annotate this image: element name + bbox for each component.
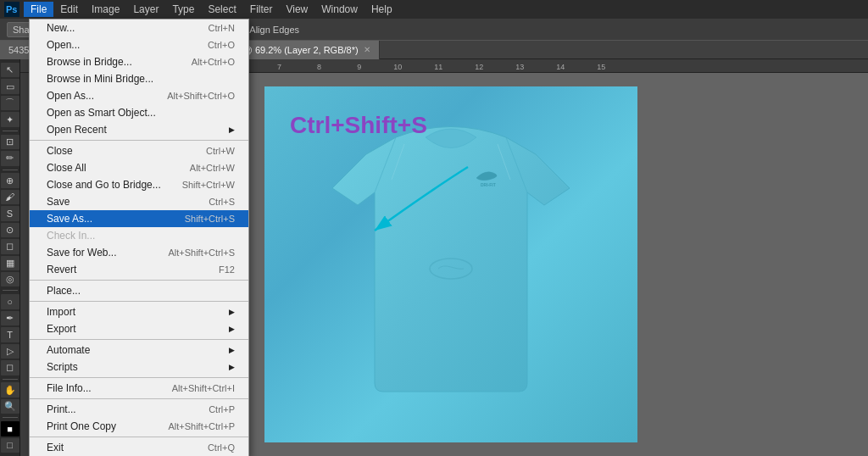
menu-item-save-web-label: Save for Web... [47, 247, 116, 259]
menu-item-close-label: Close [47, 145, 73, 157]
menu-item-save-web-shortcut: Alt+Shift+Ctrl+S [168, 247, 235, 258]
tool-lasso[interactable]: ⌒ [1, 96, 19, 110]
menu-item-browse-bridge[interactable]: Browse in Bridge... Alt+Ctrl+O [30, 53, 248, 70]
menu-item-print[interactable]: Print... Ctrl+P [30, 401, 248, 418]
menu-item-file-info-label: File Info... [47, 382, 92, 394]
menu-filter[interactable]: Filter [243, 2, 280, 17]
file-dropdown-menu: New... Ctrl+N Open... Ctrl+O Browse in B… [29, 19, 249, 456]
menu-item-open-shortcut: Ctrl+O [208, 40, 235, 50]
menu-item-import[interactable]: Import [30, 303, 248, 320]
menu-item-smart-object-label: Open as Smart Object... [47, 107, 156, 119]
menu-image[interactable]: Image [85, 2, 126, 17]
left-toolbar: ↖ ▭ ⌒ ✦ ⊡ ✏ ⊕ 🖌 S ⊙ ◻ ▦ ◎ ○ ✒ T ▷ ◻ ✋ 🔍 … [0, 59, 20, 456]
menu-item-close-bridge[interactable]: Close and Go to Bridge... Shift+Ctrl+W [30, 176, 248, 193]
menu-item-place[interactable]: Place... [30, 282, 248, 299]
menu-item-open-label: Open... [47, 39, 80, 51]
menu-item-close-all[interactable]: Close All Alt+Ctrl+W [30, 159, 248, 176]
menu-item-save-shortcut: Ctrl+S [209, 197, 235, 207]
tool-blur[interactable]: ◎ [1, 272, 19, 286]
menu-item-save-as[interactable]: Save As... Shift+Ctrl+S [30, 210, 248, 227]
tab-2-close[interactable]: ✕ [364, 45, 370, 54]
tool-type[interactable]: T [1, 327, 19, 342]
menu-select[interactable]: Select [201, 2, 242, 17]
menu-edit[interactable]: Edit [53, 2, 85, 17]
menu-layer[interactable]: Layer [126, 2, 165, 17]
svg-text:Ps: Ps [6, 4, 17, 14]
tool-separator-4 [3, 379, 18, 380]
menu-item-place-label: Place... [47, 285, 81, 297]
menu-item-import-label: Import [47, 306, 75, 318]
tool-eraser[interactable]: ◻ [1, 239, 19, 253]
tool-hand[interactable]: ✋ [1, 382, 19, 397]
menu-window[interactable]: Window [314, 2, 364, 17]
menu-item-file-info-shortcut: Alt+Shift+Ctrl+I [172, 383, 235, 393]
menu-item-scripts[interactable]: Scripts [30, 359, 248, 375]
menu-type[interactable]: Type [165, 2, 201, 17]
foreground-color[interactable]: ■ [1, 421, 19, 436]
tool-crop[interactable]: ⊡ [1, 135, 19, 149]
menu-item-open-as[interactable]: Open As... Alt+Shift+Ctrl+O [30, 87, 248, 104]
menu-item-browse-bridge-label: Browse in Bridge... [47, 56, 132, 68]
menu-item-exit[interactable]: Exit Ctrl+Q [30, 439, 248, 456]
menu-item-save-web[interactable]: Save for Web... Alt+Shift+Ctrl+S [30, 244, 248, 261]
menu-item-revert-label: Revert [47, 264, 76, 275]
tool-zoom[interactable]: 🔍 [1, 399, 19, 414]
menu-item-print-shortcut: Ctrl+P [209, 404, 235, 414]
menu-item-print-label: Print... [47, 403, 76, 415]
menu-item-close-all-label: Close All [47, 162, 86, 174]
menu-item-open-recent-label: Open Recent [47, 124, 107, 136]
menu-help[interactable]: Help [364, 2, 399, 17]
menu-item-save-label: Save [47, 196, 70, 208]
menu-item-close[interactable]: Close Ctrl+W [30, 142, 248, 159]
menu-item-print-one-shortcut: Alt+Shift+Ctrl+P [168, 421, 235, 431]
ps-logo: Ps [3, 1, 20, 18]
tool-pen[interactable]: ✒ [1, 311, 19, 325]
menu-sep-7 [30, 437, 248, 437]
menu-item-new[interactable]: New... Ctrl+N [30, 19, 248, 36]
menu-item-close-bridge-label: Close and Go to Bridge... [47, 179, 161, 191]
menu-item-file-info[interactable]: File Info... Alt+Shift+Ctrl+I [30, 380, 248, 397]
tool-magic-wand[interactable]: ✦ [1, 112, 19, 126]
menu-file[interactable]: File [24, 2, 53, 17]
menu-item-open-recent[interactable]: Open Recent [30, 121, 248, 138]
menu-item-save[interactable]: Save Ctrl+S [30, 193, 248, 210]
menu-item-close-bridge-shortcut: Shift+Ctrl+W [182, 180, 235, 190]
menu-item-new-shortcut: Ctrl+N [209, 23, 235, 33]
tool-marquee[interactable]: ▭ [1, 79, 19, 93]
menu-item-mini-bridge[interactable]: Browse in Mini Bridge... [30, 70, 248, 87]
menu-item-automate-label: Automate [47, 344, 90, 356]
tool-separator-2 [3, 170, 18, 170]
tool-eyedropper[interactable]: ✏ [1, 151, 19, 165]
menu-item-print-one[interactable]: Print One Copy Alt+Shift+Ctrl+P [30, 418, 248, 435]
background-color[interactable]: □ [1, 438, 19, 453]
menu-item-export-label: Export [47, 323, 76, 335]
tool-separator-1 [3, 131, 18, 131]
tool-brush[interactable]: 🖌 [1, 190, 19, 204]
menu-view[interactable]: View [279, 2, 314, 17]
tool-clone[interactable]: S [1, 206, 19, 220]
menu-item-check-in[interactable]: Check In... [30, 227, 248, 244]
tool-move[interactable]: ↖ [1, 63, 19, 77]
tool-dodge[interactable]: ○ [1, 294, 19, 309]
tool-gradient[interactable]: ▦ [1, 256, 19, 270]
menu-item-open[interactable]: Open... Ctrl+O [30, 36, 248, 53]
shirt-image: DRI-FIT [307, 112, 595, 417]
menu-item-close-shortcut: Ctrl+W [206, 146, 235, 156]
canvas-document: DRI-FIT Ctrl+Shift+S [264, 86, 637, 442]
menu-sep-6 [30, 398, 248, 399]
menu-item-save-as-shortcut: Shift+Ctrl+S [185, 214, 235, 224]
menu-item-mini-bridge-label: Browse in Mini Bridge... [47, 73, 153, 85]
tool-history[interactable]: ⊙ [1, 223, 19, 237]
tool-path[interactable]: ▷ [1, 344, 19, 359]
menu-sep-2 [30, 280, 248, 281]
menu-item-automate[interactable]: Automate [30, 342, 248, 359]
menu-bar: Ps File Edit Image Layer Type Select Fil… [0, 0, 868, 19]
menu-item-revert[interactable]: Revert F12 [30, 261, 248, 278]
menu-item-smart-object[interactable]: Open as Smart Object... [30, 104, 248, 121]
svg-text:DRI-FIT: DRI-FIT [481, 182, 496, 187]
tool-healing[interactable]: ⊕ [1, 173, 19, 187]
tool-shape[interactable]: ◻ [1, 360, 19, 375]
menu-item-export[interactable]: Export [30, 320, 248, 337]
menu-item-browse-bridge-shortcut: Alt+Ctrl+O [192, 57, 235, 67]
menu-item-revert-shortcut: F12 [219, 264, 235, 275]
